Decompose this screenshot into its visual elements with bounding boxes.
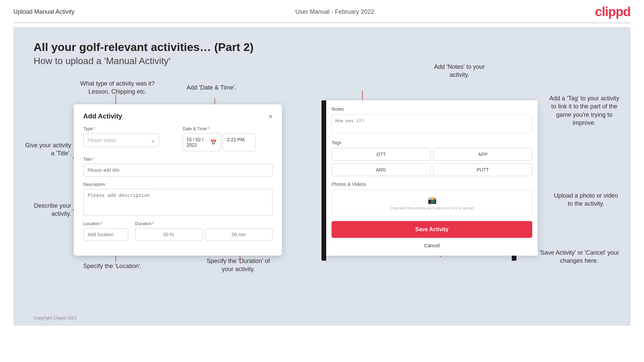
logo: clippd	[595, 5, 631, 19]
main-content: All your golf-relevant activities… (Part…	[13, 27, 631, 326]
title-label: Title*	[83, 157, 273, 162]
photos-section-label: Photos & Videos	[332, 182, 532, 187]
annotation-duration: Specify the 'Duration' of your activity.	[201, 257, 275, 273]
upload-text: Drag and Drop photos and videos or click…	[390, 206, 474, 210]
modal-title: Add Activity	[83, 112, 122, 120]
annotation-type: What type of activity was it? Lesson, Ch…	[79, 80, 156, 96]
description-textarea[interactable]	[83, 189, 273, 216]
main-subheading: How to upload a 'Manual Activity'	[34, 56, 610, 66]
form-row-type-datetime: Type* Please select ⌄ Date & Time* 15 / …	[83, 126, 273, 151]
notes-section-label: Notes	[332, 106, 532, 112]
type-select[interactable]: Please select ⌄	[83, 133, 159, 147]
annotation-datetime: Add 'Date & Time'.	[178, 84, 245, 92]
form-group-type: Type* Please select ⌄	[83, 126, 159, 151]
page-subtitle: User Manual - February 2022	[295, 8, 374, 15]
time-input[interactable]: 2:21 PM	[222, 133, 256, 151]
annotation-save: 'Save Activity' or 'Cancel' your changes…	[537, 249, 621, 265]
phone-left-bar	[321, 100, 326, 261]
annotation-tag: Add a 'Tag' to your activity to link it …	[547, 94, 621, 127]
main-heading: All your golf-relevant activities… (Part…	[34, 41, 610, 54]
top-bar: Upload Manual Activity User Manual - Feb…	[0, 0, 644, 22]
annotation-description: Describe your activity.	[21, 202, 71, 218]
modal-header: Add Activity ×	[83, 112, 273, 120]
modal-close-button[interactable]: ×	[268, 113, 273, 120]
title-input[interactable]	[83, 164, 273, 176]
form-group-datetime: Date & Time* 15 / 02 / 2022 📅 2:21 PM	[166, 126, 273, 151]
form-group-location: Location*	[83, 221, 128, 241]
annotation-notes: Add 'Notes' to your activity.	[429, 63, 490, 79]
copyright: Copyright Clippd 2021	[34, 315, 77, 320]
cancel-link[interactable]: Cancel	[332, 241, 532, 250]
annotation-upload: Upload a photo or video to the activity.	[551, 192, 621, 208]
type-label: Type*	[83, 126, 159, 131]
duration-min-input[interactable]	[205, 228, 273, 241]
tag-ott[interactable]: OTT	[332, 148, 431, 161]
upload-icon: 📸	[428, 196, 437, 205]
annotation-title: Give your activity a 'Title'.	[21, 141, 71, 158]
phone-inner: Notes Tags OTT APP ARG PUTT Photos & Vid…	[326, 100, 538, 256]
datetime-label: Date & Time*	[183, 126, 256, 131]
form-row-title: Title*	[83, 157, 273, 176]
duration-inputs	[135, 228, 273, 241]
form-row-location-duration: Location* Duration*	[83, 221, 273, 241]
form-group-description: Description	[83, 182, 273, 216]
add-activity-modal: Add Activity × Type* Please select ⌄ Dat…	[74, 104, 282, 256]
tags-grid: OTT APP ARG PUTT	[332, 148, 532, 176]
annotation-location: Specify the 'Location'.	[79, 262, 146, 270]
form-row-description: Description	[83, 182, 273, 216]
duration-label: Duration*	[135, 221, 273, 226]
location-input[interactable]	[83, 228, 128, 241]
tags-section-label: Tags	[332, 140, 532, 145]
header-divider	[13, 22, 631, 23]
tag-app[interactable]: APP	[433, 148, 532, 161]
page-title: Upload Manual Activity	[13, 8, 75, 15]
type-placeholder: Please select	[88, 138, 115, 143]
form-group-title: Title*	[83, 157, 273, 176]
date-value: 15 / 02 / 2022	[186, 137, 208, 148]
tag-arg[interactable]: ARG	[332, 163, 431, 176]
duration-hr-input[interactable]	[135, 228, 202, 241]
save-activity-button[interactable]: Save Activity	[332, 221, 532, 238]
upload-box[interactable]: 📸 Drag and Drop photos and videos or cli…	[332, 190, 532, 216]
tag-putt[interactable]: PUTT	[433, 163, 532, 176]
form-group-duration: Duration*	[135, 221, 273, 241]
phone-mockup: Notes Tags OTT APP ARG PUTT Photos & Vid…	[326, 100, 538, 256]
time-value: 2:21 PM	[227, 137, 244, 142]
description-label: Description	[83, 182, 273, 187]
date-input[interactable]: 15 / 02 / 2022 📅	[183, 133, 220, 151]
chevron-down-icon: ⌄	[151, 137, 155, 143]
calendar-icon: 📅	[210, 139, 217, 146]
location-label: Location*	[83, 221, 128, 226]
notes-textarea[interactable]	[332, 114, 532, 133]
